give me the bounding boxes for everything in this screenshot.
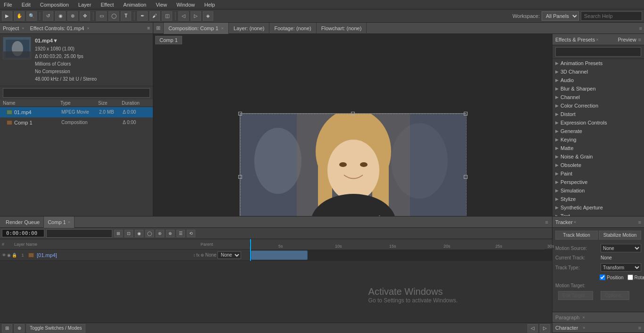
effect-item[interactable]: ▶ Audio [552,76,644,84]
edit-target-btn[interactable]: Edit Target... [558,291,593,300]
handle-tm[interactable] [351,112,355,116]
effect-item[interactable]: ▶ Distort [552,110,644,118]
tl-ctrl-btn8[interactable]: ⟲ [187,230,195,237]
tl-ctrl-btn6[interactable]: ⊕ [166,230,175,237]
tool-shape3[interactable]: ◈ [203,11,213,21]
tl-ctrl-btn4[interactable]: ◯ [145,230,154,237]
tool-hand[interactable]: ✋ [14,11,25,21]
effect-item[interactable]: ▶ Paint [552,169,644,178]
track-playhead[interactable] [250,250,251,261]
effects-tab-close[interactable]: × [87,26,89,31]
tab-comp-close[interactable]: × [221,26,224,31]
tab-layer[interactable]: Layer: (none) [229,23,269,34]
effect-item[interactable]: ▶ Stylize [552,195,644,203]
track-clip[interactable] [251,250,308,260]
track-motion-btn[interactable]: Track Motion [555,231,598,240]
menu-item-composition[interactable]: Composition [38,2,71,8]
menu-item-window[interactable]: Window [175,2,197,8]
comp1-close[interactable]: × [68,220,70,225]
tool-pen[interactable]: ✒ [137,11,148,21]
layer-solo-icon[interactable]: ◉ [7,253,11,258]
tab-comp1[interactable]: Comp 1 × [44,216,75,228]
toggle-switches-btn[interactable]: Toggle Switches / Modes [26,324,85,333]
tl-scroll-right[interactable]: ▷ [540,324,550,333]
menu-item-help[interactable]: Help [202,2,217,8]
tracker-close[interactable]: × [574,220,576,225]
menu-item-layer[interactable]: Layer [76,2,93,8]
menu-item-view[interactable]: View [154,2,169,8]
tab-render-queue[interactable]: Render Queue [2,216,44,228]
tool-oval[interactable]: ◯ [109,11,119,21]
character-close[interactable]: × [583,325,585,330]
playhead[interactable] [250,239,251,250]
tab-icon[interactable]: ⊞ [153,23,164,34]
layer-motion-icon[interactable]: ↕ [193,253,195,258]
layer-row[interactable]: 👁 ◉ 🔒 1 [01.mp4] ↕ fx ⊛ None None [0,250,552,261]
tool-brush[interactable]: 🖌 [150,11,160,21]
layer-effects-icon[interactable]: fx [196,253,200,258]
stabilize-motion-btn[interactable]: Stabilize Motion [599,231,641,240]
layer-lock-icon[interactable]: 🔒 [12,253,17,258]
menu-item-animation[interactable]: Animation [121,2,148,8]
effects-menu-btn[interactable]: ≡ [638,37,641,42]
tl-scroll-left[interactable]: ◁ [527,324,538,333]
tracker-menu[interactable]: ≡ [638,219,641,225]
parent-select[interactable]: None [217,251,241,259]
handle-tr[interactable] [464,112,468,116]
layer-eye-icon[interactable]: 👁 [2,253,6,258]
effect-item[interactable]: ▶ Keying [552,135,644,144]
tl-graph-btn[interactable]: ⊞ [2,324,12,333]
tab-flowchart[interactable]: Flowchart: (none) [317,23,367,34]
list-item[interactable]: 01.mp4 MPEG Movie 2.0 MB Δ 0:00 [0,107,153,117]
effect-item[interactable]: ▶ Simulation [552,186,644,195]
tool-rotate[interactable]: ↺ [43,11,53,21]
tab-composition[interactable]: Composition: Comp 1 × [164,23,229,34]
effect-item[interactable]: ▶ 3D Channel [552,67,644,76]
tool-shape2[interactable]: ▷ [191,11,201,21]
tool-pan[interactable]: ✥ [80,11,90,21]
effect-item[interactable]: ▶ Color Correction [552,101,644,110]
timeline-menu-btn[interactable]: ≡ [545,219,548,225]
menu-item-edit[interactable]: Edit [20,2,33,8]
tool-shape1[interactable]: ◁ [178,11,189,21]
effect-item[interactable]: ▶ Generate [552,127,644,135]
timeline-search[interactable] [46,229,112,238]
tool-arrow[interactable]: ▶ [2,11,12,21]
tool-eraser[interactable]: ◫ [162,11,172,21]
effect-item[interactable]: ▶ Animation Presets [552,59,644,67]
tl-ctrl-btn1[interactable]: ⊞ [114,230,123,237]
position-checkbox-label[interactable]: Position [600,275,624,280]
project-tab-close[interactable]: × [22,26,24,31]
paragraph-close[interactable]: × [582,315,585,320]
tool-zoom[interactable]: 🔍 [26,11,37,21]
tab-footage[interactable]: Footage: (none) [269,23,316,34]
effect-item[interactable]: ▶ Obsolete [552,161,644,169]
tl-ctrl-btn7[interactable]: ☰ [176,230,185,237]
list-item[interactable]: Comp 1 Composition Δ 0:00 [0,117,153,128]
workspace-dropdown[interactable]: All Panels [542,11,579,21]
effects-presets-close[interactable]: × [596,37,598,42]
motion-source-select[interactable]: None [601,244,641,252]
tl-ctrl-btn2[interactable]: ⊡ [125,230,133,237]
options-btn[interactable]: Options... [601,291,629,300]
tool-camera[interactable]: ◉ [55,11,66,21]
handle-mr[interactable] [464,175,468,179]
timecode-tl[interactable]: 0:00:00:00 [2,229,44,237]
effect-item[interactable]: ▶ Channel [552,93,644,101]
viewer-menu-btn[interactable]: ≡ [639,25,642,31]
tool-orbit[interactable]: ⊕ [67,11,78,21]
effects-controls-tab[interactable]: Effect Controls: 01.mp4 [30,25,84,31]
tl-ctrl-btn3[interactable]: ◉ [135,230,143,237]
project-tab[interactable]: Project [3,25,19,31]
character-menu[interactable]: ≡ [638,325,641,331]
effect-item[interactable]: ▶ Noise & Grain [552,152,644,161]
project-search-input[interactable] [3,88,150,98]
position-checkbox[interactable] [600,275,605,280]
effect-item[interactable]: ▶ Blur & Sharpen [552,84,644,93]
tool-mask[interactable]: ▭ [96,11,107,21]
menu-item-file[interactable]: File [2,2,14,8]
tl-add-btn[interactable]: ⊕ [14,324,25,333]
menu-item-effect[interactable]: Effect [99,2,116,8]
tl-ctrl-btn5[interactable]: ⊛ [156,230,164,237]
effect-item[interactable]: ▶ Expression Controls [552,118,644,127]
